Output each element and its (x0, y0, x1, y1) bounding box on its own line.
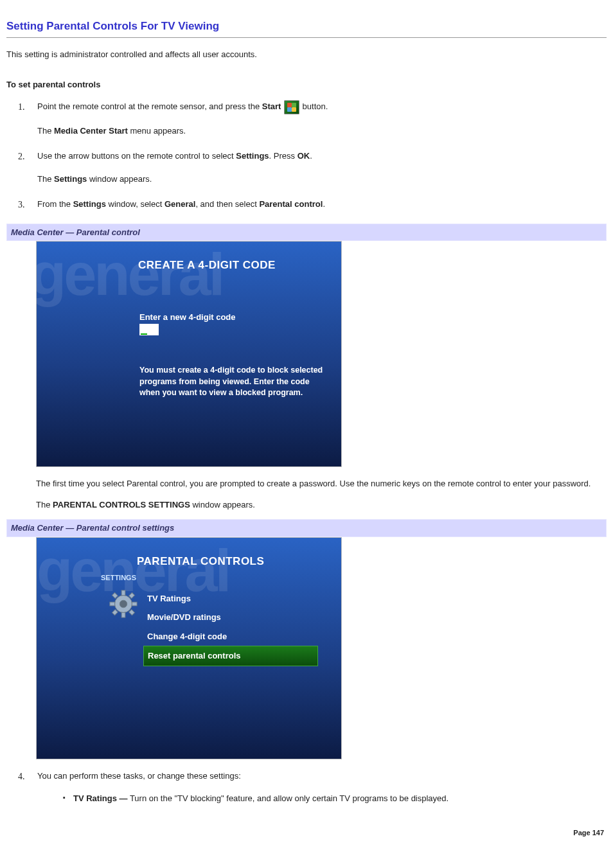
bold-text: TV Ratings — (73, 793, 128, 803)
screen-prompt: Enter a new 4-digit code (139, 311, 236, 324)
step-number: 4. (18, 770, 25, 783)
step-4: 4. You can perform these tasks, or chang… (26, 770, 607, 805)
page-number: Page 147 (573, 828, 604, 838)
step-text: . (310, 151, 312, 161)
intro-text: This setting is administrator controlled… (6, 48, 607, 61)
screen-description: You must create a 4-digit code to block … (139, 365, 328, 399)
list-item: TV Ratings — Turn on the "TV blocking" f… (63, 792, 607, 805)
body-text: The first time you select Parental contr… (36, 477, 607, 490)
step-text: button. (300, 102, 328, 111)
code-input-box (139, 324, 159, 335)
windows-start-icon (284, 100, 299, 114)
screen-header: CREATE A 4-DIGIT CODE (138, 257, 276, 274)
bold-text: Settings (236, 151, 269, 161)
procedure-heading: To set parental controls (6, 78, 607, 91)
section-title: Setting Parental Controls For TV Viewing (6, 18, 607, 38)
bold-text: Media Center Start (54, 126, 128, 136)
step-number: 3. (18, 198, 25, 211)
body-text: Turn on the "TV blocking" feature, and a… (128, 793, 449, 803)
step-1: 1. Point the remote control at the remot… (26, 100, 607, 137)
step-text: . Press (269, 151, 298, 161)
step-text: From the (37, 199, 73, 209)
svg-rect-6 (112, 592, 118, 598)
bold-start: Start (262, 102, 281, 111)
svg-rect-3 (121, 612, 125, 617)
body-text: window appears. (190, 500, 255, 509)
parental-controls-menu: TV Ratings Movie/DVD ratings Change 4-di… (143, 589, 318, 666)
svg-point-1 (120, 600, 127, 608)
step-text: window appears. (87, 174, 152, 184)
bold-text: General (164, 199, 195, 209)
body-text: The (36, 500, 53, 509)
bold-text: Parental control (259, 199, 323, 209)
step-2: 2. Use the arrow buttons on the remote c… (26, 150, 607, 185)
bold-text: PARENTAL CONTROLS SETTINGS (53, 500, 190, 509)
menu-item-change-code: Change 4-digit code (143, 627, 318, 646)
bold-text: Settings (73, 199, 106, 209)
step-text: menu appears. (128, 126, 186, 136)
step-text: The (37, 174, 54, 184)
step-text: . (323, 199, 325, 209)
bold-text: Settings (54, 174, 87, 184)
gear-icon (109, 589, 138, 619)
settings-crumb: SETTINGS (101, 572, 136, 583)
step-number: 1. (18, 100, 25, 114)
screen-header: PARENTAL CONTROLS (137, 553, 264, 570)
media-center-parental-controls-screenshot: general SETTINGS PARENTAL CONTROLS TV Ra… (36, 537, 342, 759)
step-text: Use the arrow buttons on the remote cont… (37, 151, 236, 161)
bold-text: OK (298, 151, 310, 161)
svg-rect-7 (129, 592, 135, 598)
figure-caption: Media Center — Parental control settings (6, 519, 607, 537)
step-text: Point the remote control at the remote s… (37, 102, 262, 111)
step-text: window, select (106, 199, 164, 209)
menu-item-tv-ratings: TV Ratings (143, 589, 318, 608)
figure-caption: Media Center — Parental control (6, 224, 607, 242)
menu-item-movie-dvd-ratings: Movie/DVD ratings (143, 608, 318, 627)
svg-rect-9 (129, 609, 135, 615)
svg-rect-2 (121, 590, 125, 595)
step-number: 2. (18, 150, 25, 163)
background-watermark-text: general (36, 241, 222, 319)
svg-rect-4 (110, 602, 115, 606)
step-text: You can perform these tasks, or change t… (37, 770, 607, 783)
step-text: , and then select (195, 199, 259, 209)
step-3: 3. From the Settings window, select Gene… (26, 198, 607, 211)
media-center-create-code-screenshot: general CREATE A 4-DIGIT CODE Enter a ne… (36, 241, 342, 467)
step-text: The (37, 126, 54, 136)
svg-rect-8 (112, 609, 118, 615)
menu-item-reset-parental-controls: Reset parental controls (143, 646, 318, 666)
svg-rect-5 (132, 602, 137, 606)
